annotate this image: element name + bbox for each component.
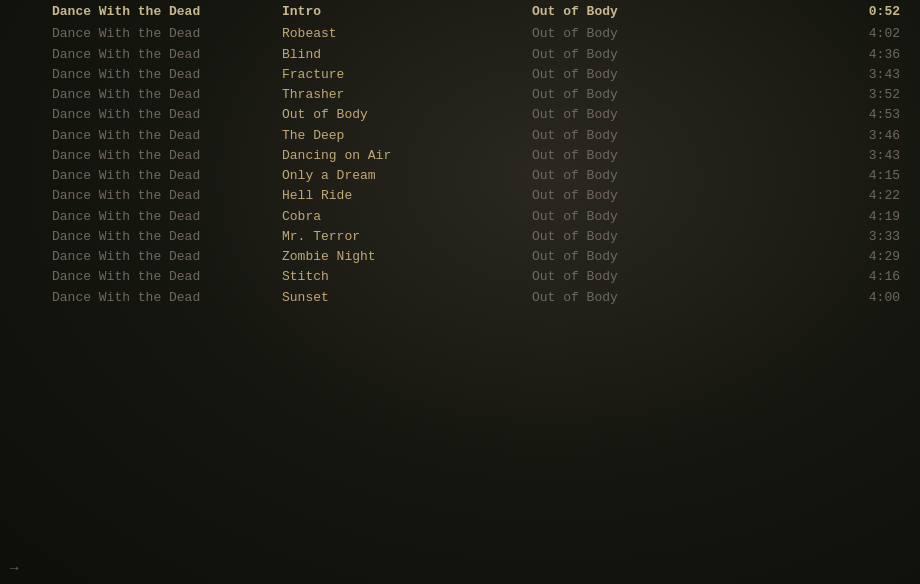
track-artist: Dance With the Dead bbox=[52, 269, 282, 285]
table-row[interactable]: Dance With the DeadCobraOut of Body4:19 bbox=[0, 207, 920, 227]
track-title: Mr. Terror bbox=[282, 229, 532, 245]
track-artist: Dance With the Dead bbox=[52, 26, 282, 42]
track-title: The Deep bbox=[282, 128, 532, 144]
track-artist: Dance With the Dead bbox=[52, 168, 282, 184]
table-row[interactable]: Dance With the DeadFractureOut of Body3:… bbox=[0, 65, 920, 85]
track-album: Out of Body bbox=[532, 168, 732, 184]
table-row[interactable]: Dance With the DeadZombie NightOut of Bo… bbox=[0, 247, 920, 267]
header-title: Intro bbox=[282, 4, 532, 20]
track-title: Cobra bbox=[282, 209, 532, 225]
track-title: Thrasher bbox=[282, 87, 532, 103]
track-album: Out of Body bbox=[532, 249, 732, 265]
track-header: Dance With the Dead Intro Out of Body 0:… bbox=[0, 0, 920, 24]
table-row[interactable]: Dance With the DeadThe DeepOut of Body3:… bbox=[0, 126, 920, 146]
table-row[interactable]: Dance With the DeadThrasherOut of Body3:… bbox=[0, 85, 920, 105]
track-duration: 4:29 bbox=[732, 249, 910, 265]
table-row[interactable]: Dance With the DeadMr. TerrorOut of Body… bbox=[0, 227, 920, 247]
header-album: Out of Body bbox=[532, 4, 732, 20]
track-artist: Dance With the Dead bbox=[52, 229, 282, 245]
track-artist: Dance With the Dead bbox=[52, 188, 282, 204]
track-duration: 4:15 bbox=[732, 168, 910, 184]
track-artist: Dance With the Dead bbox=[52, 148, 282, 164]
track-album: Out of Body bbox=[532, 229, 732, 245]
track-artist: Dance With the Dead bbox=[52, 128, 282, 144]
track-album: Out of Body bbox=[532, 188, 732, 204]
table-row[interactable]: Dance With the DeadSunsetOut of Body4:00 bbox=[0, 288, 920, 308]
track-title: Stitch bbox=[282, 269, 532, 285]
track-duration: 4:19 bbox=[732, 209, 910, 225]
track-duration: 3:52 bbox=[732, 87, 910, 103]
header-duration: 0:52 bbox=[732, 4, 910, 20]
track-duration: 4:22 bbox=[732, 188, 910, 204]
track-artist: Dance With the Dead bbox=[52, 107, 282, 123]
track-title: Fracture bbox=[282, 67, 532, 83]
track-artist: Dance With the Dead bbox=[52, 47, 282, 63]
table-row[interactable]: Dance With the DeadDancing on AirOut of … bbox=[0, 146, 920, 166]
track-duration: 3:33 bbox=[732, 229, 910, 245]
track-album: Out of Body bbox=[532, 128, 732, 144]
track-duration: 4:02 bbox=[732, 26, 910, 42]
track-album: Out of Body bbox=[532, 26, 732, 42]
track-duration: 4:00 bbox=[732, 290, 910, 306]
track-duration: 3:43 bbox=[732, 67, 910, 83]
track-album: Out of Body bbox=[532, 290, 732, 306]
track-title: Sunset bbox=[282, 290, 532, 306]
track-artist: Dance With the Dead bbox=[52, 209, 282, 225]
track-album: Out of Body bbox=[532, 209, 732, 225]
track-artist: Dance With the Dead bbox=[52, 249, 282, 265]
header-artist: Dance With the Dead bbox=[52, 4, 282, 20]
table-row[interactable]: Dance With the DeadRobeastOut of Body4:0… bbox=[0, 24, 920, 44]
track-artist: Dance With the Dead bbox=[52, 290, 282, 306]
track-title: Out of Body bbox=[282, 107, 532, 123]
track-album: Out of Body bbox=[532, 269, 732, 285]
track-title: Blind bbox=[282, 47, 532, 63]
track-album: Out of Body bbox=[532, 47, 732, 63]
track-title: Dancing on Air bbox=[282, 148, 532, 164]
track-album: Out of Body bbox=[532, 87, 732, 103]
track-artist: Dance With the Dead bbox=[52, 87, 282, 103]
track-title: Only a Dream bbox=[282, 168, 532, 184]
table-row[interactable]: Dance With the DeadBlindOut of Body4:36 bbox=[0, 45, 920, 65]
bottom-arrow: → bbox=[10, 560, 18, 576]
track-duration: 3:43 bbox=[732, 148, 910, 164]
track-list: Dance With the Dead Intro Out of Body 0:… bbox=[0, 0, 920, 308]
track-title: Zombie Night bbox=[282, 249, 532, 265]
table-row[interactable]: Dance With the DeadHell RideOut of Body4… bbox=[0, 186, 920, 206]
track-title: Robeast bbox=[282, 26, 532, 42]
track-duration: 4:16 bbox=[732, 269, 910, 285]
table-row[interactable]: Dance With the DeadOnly a DreamOut of Bo… bbox=[0, 166, 920, 186]
track-duration: 3:46 bbox=[732, 128, 910, 144]
track-duration: 4:53 bbox=[732, 107, 910, 123]
track-duration: 4:36 bbox=[732, 47, 910, 63]
track-album: Out of Body bbox=[532, 107, 732, 123]
track-album: Out of Body bbox=[532, 67, 732, 83]
table-row[interactable]: Dance With the DeadOut of BodyOut of Bod… bbox=[0, 105, 920, 125]
track-album: Out of Body bbox=[532, 148, 732, 164]
track-artist: Dance With the Dead bbox=[52, 67, 282, 83]
track-title: Hell Ride bbox=[282, 188, 532, 204]
table-row[interactable]: Dance With the DeadStitchOut of Body4:16 bbox=[0, 267, 920, 287]
